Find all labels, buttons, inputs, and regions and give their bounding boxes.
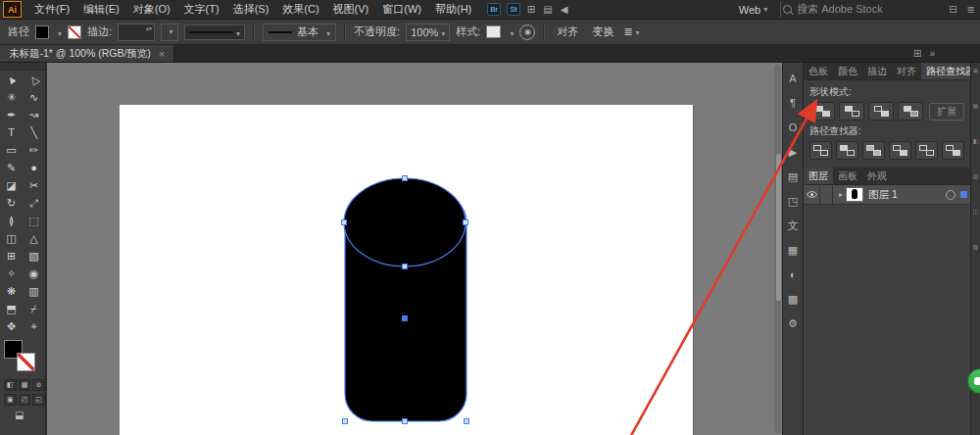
control-panel-menu-icon[interactable]: ≣ [623, 25, 639, 38]
menu-item[interactable]: 文件(F) [27, 2, 76, 17]
exclude-button[interactable] [898, 102, 923, 121]
scale-tool[interactable]: ⤢ [23, 194, 45, 212]
fill-swatch[interactable] [35, 25, 49, 39]
color-panel-icon[interactable]: ◐ [783, 264, 803, 288]
glyphs-panel-icon[interactable]: 文 [783, 215, 803, 239]
shape-builder-tool[interactable]: ◫ [0, 229, 23, 247]
variable-width-profile-dropdown[interactable] [184, 24, 245, 40]
blend-tool[interactable]: ◉ [23, 265, 45, 282]
app-bar-menu-icon[interactable]: ≣ [967, 4, 975, 15]
menu-item[interactable]: 文字(T) [177, 2, 226, 17]
menu-item[interactable]: 选择(S) [226, 2, 276, 17]
handle-ellipse-right[interactable] [464, 220, 468, 225]
symbol-sprayer-tool[interactable]: ❋ [0, 282, 23, 300]
layer-row[interactable]: 图层 1 [804, 185, 970, 205]
arrange-documents-icon[interactable]: ⊞ [527, 4, 535, 15]
stroke-color-well[interactable] [17, 353, 35, 371]
merge-button[interactable] [862, 141, 885, 160]
scissors-tool[interactable]: ✂ [23, 176, 45, 194]
width-tool[interactable]: ≬ [0, 212, 23, 229]
app-logo[interactable]: Ai [3, 1, 22, 18]
handle-bottom-center[interactable] [403, 419, 408, 424]
libraries-panel-icon[interactable]: ◳ [783, 190, 803, 215]
recolor-artwork-icon[interactable]: ◉ [519, 24, 535, 40]
minus-front-button[interactable] [839, 102, 864, 121]
artboard-tool[interactable]: ⬒ [0, 300, 23, 317]
edge-panel-icon-6[interactable]: ▨ [971, 243, 980, 278]
align-button[interactable]: 对齐 [553, 24, 582, 39]
gradient-mode-icon[interactable]: ▩ [19, 379, 31, 391]
screen-mode-button[interactable]: ⬓ [15, 410, 45, 420]
edge-panel-icon-5[interactable]: ◫ [971, 208, 980, 243]
unite-button[interactable] [809, 102, 835, 121]
transform-button[interactable]: 变换 [588, 24, 617, 39]
layer-thumbnail[interactable] [846, 187, 863, 202]
bridge-badge[interactable]: Br [487, 3, 501, 16]
actions-panel-icon[interactable]: ▶ [783, 141, 803, 166]
pencil-tool[interactable]: ✎ [0, 159, 23, 176]
visibility-toggle[interactable] [804, 185, 820, 204]
layer-name[interactable]: 图层 1 [868, 188, 946, 202]
line-segment-tool[interactable]: ╲ [23, 123, 45, 141]
style-swatch[interactable] [486, 25, 501, 38]
rectangle-tool[interactable]: ▭ [0, 141, 23, 159]
color-mode-icon[interactable]: ◧ [4, 379, 17, 391]
paintbrush-tool[interactable]: ✏ [23, 141, 45, 159]
handle-ellipse-left[interactable] [342, 220, 347, 225]
target-circle-icon[interactable] [946, 190, 956, 200]
panel-tab[interactable]: 对齐 [892, 63, 921, 79]
document-tab[interactable]: 未标题-1* @ 100% (RGB/预览) × [0, 45, 174, 62]
export-panel-icon[interactable]: ▤ [783, 166, 803, 190]
workspace-switcher[interactable]: Web [739, 4, 767, 16]
divide-button[interactable] [809, 141, 832, 160]
trim-button[interactable] [836, 141, 858, 160]
eyedropper-tool[interactable]: ✧ [0, 265, 23, 282]
gradient-tool[interactable]: ▧ [23, 247, 45, 265]
handle-top[interactable] [403, 176, 408, 181]
tile-documents-icon[interactable]: ⊞ [913, 48, 921, 59]
hand-tool[interactable]: ✥ [0, 317, 23, 335]
edge-panel-icon-4[interactable]: ▥ [971, 172, 980, 208]
draw-normal-icon[interactable]: ▣ [4, 394, 17, 406]
canvas[interactable] [47, 63, 782, 435]
panel-tab[interactable]: 外观 [862, 168, 892, 184]
slice-tool[interactable]: ⌿ [23, 300, 45, 317]
type-tool[interactable]: T [0, 123, 23, 141]
lock-toggle[interactable] [820, 185, 833, 204]
none-mode-icon[interactable]: ⊘ [32, 379, 45, 391]
window-layout-icon[interactable]: ▤ [543, 4, 552, 15]
paragraph-panel-icon[interactable]: ¶ [783, 92, 803, 117]
selected-object[interactable] [344, 178, 466, 421]
expand-button[interactable]: 扩展 [929, 103, 964, 121]
handle-bottom-right[interactable] [465, 419, 469, 424]
menu-item[interactable]: 效果(C) [275, 2, 325, 17]
panel-tab[interactable]: 色板 [804, 63, 833, 79]
minus-back-button[interactable] [942, 141, 964, 160]
perspective-grid-tool[interactable]: △ [23, 229, 45, 247]
outline-button[interactable] [915, 141, 938, 160]
menu-item[interactable]: 视图(V) [326, 2, 376, 17]
stroke-weight-stepper[interactable] [118, 24, 155, 41]
swatches-panel-icon[interactable]: ▦ [783, 239, 803, 264]
panel-tab[interactable]: 描边 [862, 63, 892, 79]
menu-item[interactable]: 窗口(W) [375, 2, 428, 17]
eraser-tool[interactable]: ◪ [0, 176, 23, 194]
panel-tab[interactable]: 图层 [804, 168, 833, 184]
rotate-tool[interactable]: ↻ [0, 194, 23, 212]
character-panel-icon[interactable]: A [783, 68, 803, 92]
fill-caret-icon[interactable] [55, 26, 62, 38]
free-transform-tool[interactable]: ⬚ [23, 212, 45, 229]
curvature-tool[interactable]: ↝ [23, 106, 45, 123]
edge-panel-icon-2[interactable]: ▤ [971, 102, 980, 137]
symbols-panel-icon[interactable]: ⚙ [783, 313, 803, 337]
column-graph-tool[interactable]: ▥ [23, 282, 45, 300]
style-caret-icon[interactable] [507, 26, 514, 38]
menu-item[interactable]: 编辑(E) [76, 2, 126, 17]
announcement-icon[interactable]: ◀ [561, 4, 568, 15]
gradient-panel-icon[interactable]: ▩ [783, 288, 803, 313]
expand-caret-icon[interactable] [839, 190, 843, 199]
scrollbar-thumb[interactable] [775, 153, 782, 302]
brush-definition-dropdown[interactable]: 基本 [263, 24, 336, 41]
zoom-tool[interactable]: ⌖ [23, 317, 45, 335]
opacity-field[interactable]: 100% [406, 24, 450, 41]
